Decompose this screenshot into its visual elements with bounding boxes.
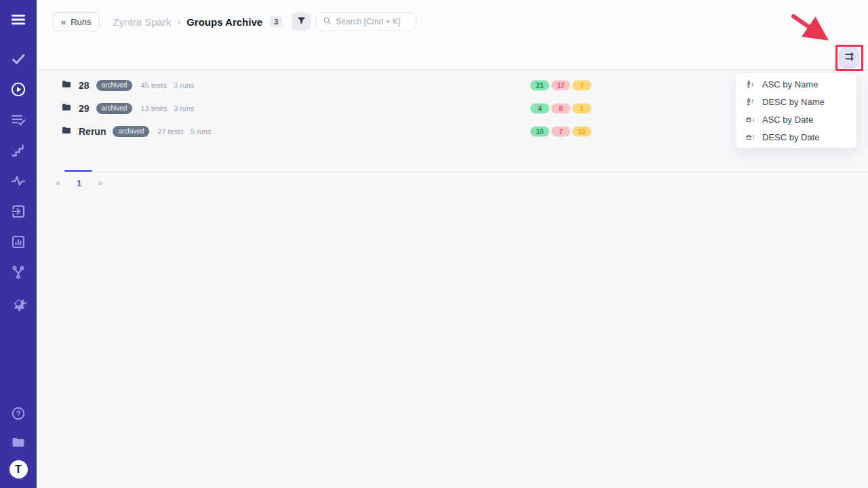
sort-alpha-desc-icon: AZ ↑: [746, 98, 755, 106]
group-meta: 27 tests 5 runs: [157, 127, 211, 136]
sort-option-label: DESC by Date: [762, 132, 820, 142]
sort-icon: [844, 52, 854, 64]
sort-option-label: ASC by Name: [762, 79, 818, 89]
back-runs-label: Runs: [71, 17, 91, 27]
tests-count: 27 tests: [157, 127, 184, 136]
sign-in-icon[interactable]: [8, 201, 28, 222]
list-check-icon[interactable]: [8, 110, 28, 130]
runs-count: 5 runs: [191, 127, 212, 136]
pagination: « 1 »: [47, 177, 111, 189]
main-area: « Runs Zyntra Spark › Groups Archive 3: [37, 0, 868, 488]
next-page-button[interactable]: »: [90, 177, 111, 189]
breadcrumb: Zyntra Spark › Groups Archive 3: [113, 16, 283, 28]
sort-option-label: ASC by Date: [762, 115, 813, 125]
breadcrumb-separator: ›: [177, 16, 180, 27]
search-input[interactable]: [336, 17, 410, 26]
bar-chart-icon[interactable]: [8, 232, 28, 252]
failed-pill: 17: [551, 81, 570, 91]
sidebar: ? T: [0, 0, 37, 488]
back-chevrons-icon: «: [61, 17, 66, 27]
sort-date-asc-icon: ↓: [746, 116, 755, 123]
sort-option-asc-name[interactable]: AZ ↓ ASC by Name: [736, 75, 856, 93]
sidebar-nav: [8, 49, 28, 313]
status-badge: archived: [96, 103, 133, 114]
sort-alpha-asc-icon: AZ ↓: [746, 81, 755, 88]
search-icon: [323, 16, 332, 28]
status-badge: archived: [96, 80, 133, 91]
sort-dropdown: AZ ↓ ASC by Name AZ ↑ DESC by Name ↓ ASC…: [735, 73, 857, 148]
failed-pill: 8: [551, 104, 570, 114]
tests-count: 45 tests: [140, 81, 167, 89]
play-circle-icon[interactable]: [8, 79, 28, 100]
group-name: Rerun: [79, 126, 106, 137]
breadcrumb-parent[interactable]: Zyntra Spark: [113, 16, 172, 28]
sort-option-asc-date[interactable]: ↓ ASC by Date: [736, 110, 856, 128]
help-icon[interactable]: ?: [8, 403, 28, 424]
funnel-icon: [296, 16, 307, 28]
result-pills: 10 7 10: [530, 127, 591, 137]
skipped-pill: 10: [572, 127, 591, 137]
group-name: 29: [79, 103, 90, 114]
toolbar: « Runs Zyntra Spark › Groups Archive 3: [53, 12, 416, 31]
runs-count: 3 runs: [174, 81, 195, 89]
page-title: Groups Archive: [186, 16, 262, 28]
folder-icon: [61, 79, 72, 92]
sort-date-desc-icon: ↑: [746, 134, 755, 141]
sort-option-label: DESC by Name: [762, 97, 825, 107]
header: [37, 0, 868, 70]
sort-option-desc-date[interactable]: ↑ DESC by Date: [736, 128, 856, 146]
result-pills: 4 8 1: [530, 104, 591, 114]
svg-text:?: ?: [16, 410, 20, 418]
folder-icon: [61, 102, 72, 115]
active-page-indicator: [64, 170, 92, 172]
group-meta: 45 tests 3 runs: [140, 81, 194, 89]
prev-page-button[interactable]: «: [47, 177, 68, 189]
stairs-icon[interactable]: [8, 140, 28, 161]
passed-pill: 21: [530, 81, 549, 91]
runs-count: 3 runs: [174, 104, 195, 113]
sort-button[interactable]: [839, 47, 859, 68]
skipped-pill: 7: [572, 81, 591, 91]
avatar[interactable]: T: [9, 460, 28, 479]
activity-icon[interactable]: [8, 171, 28, 191]
pagination-divider: [51, 171, 868, 172]
skipped-pill: 1: [572, 104, 591, 114]
failed-pill: 7: [551, 127, 570, 137]
passed-pill: 10: [530, 127, 549, 137]
result-pills: 21 17 7: [530, 81, 591, 91]
gear-icon[interactable]: [8, 293, 28, 313]
sort-option-desc-name[interactable]: AZ ↑ DESC by Name: [736, 93, 856, 110]
folders-icon[interactable]: [8, 432, 28, 452]
search-box[interactable]: [316, 12, 416, 31]
status-badge: archived: [113, 126, 149, 137]
group-meta: 13 tests 3 runs: [140, 104, 194, 113]
folder-icon: [61, 125, 72, 138]
filter-button[interactable]: [292, 12, 311, 31]
menu-icon[interactable]: [8, 9, 28, 30]
back-runs-button[interactable]: « Runs: [53, 12, 100, 31]
check-icon[interactable]: [8, 49, 28, 69]
page-number[interactable]: 1: [68, 177, 90, 189]
git-branch-icon[interactable]: [8, 262, 28, 283]
tests-count: 13 tests: [140, 104, 167, 113]
group-count-badge: 3: [270, 16, 282, 27]
passed-pill: 4: [530, 104, 549, 114]
sidebar-bottom: ? T: [8, 403, 28, 479]
group-name: 28: [79, 80, 90, 91]
